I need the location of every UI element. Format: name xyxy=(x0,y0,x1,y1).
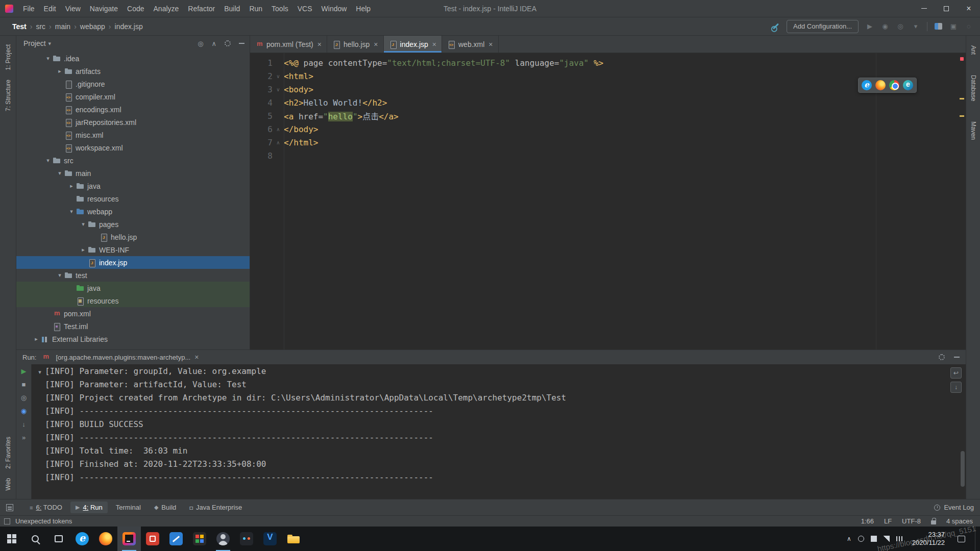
menu-file[interactable]: File xyxy=(18,0,39,17)
tree-arrow-icon[interactable]: ▾ xyxy=(43,55,53,62)
toolwindow-button[interactable]: Terminal xyxy=(111,502,146,513)
close-icon[interactable]: × xyxy=(317,40,322,48)
breadcrumb-item[interactable]: Test xyxy=(12,22,27,31)
scroll-down-icon[interactable]: ↓ xyxy=(22,420,26,429)
editor-tab[interactable]: web.xml× xyxy=(442,36,499,53)
console-line[interactable]: [INFO] Parameter: groupId, Value: org.ex… xyxy=(45,366,566,380)
more-icon[interactable]: » xyxy=(22,434,26,442)
breadcrumb-item[interactable]: index.jsp xyxy=(115,22,143,31)
terminal-toggle-icon[interactable]: ▣ xyxy=(949,22,958,30)
status-item[interactable]: 1:66 xyxy=(861,517,874,525)
close-icon[interactable]: × xyxy=(374,40,378,48)
run-button-disabled-icon[interactable]: ▶ xyxy=(866,22,874,30)
status-item[interactable]: 4 spaces xyxy=(946,517,973,525)
tray-overflow-chevron-icon[interactable]: ∧ xyxy=(847,535,851,542)
tree-item[interactable]: misc.xml xyxy=(16,129,250,141)
error-mark[interactable] xyxy=(960,57,964,61)
code-line[interactable]: 7∧</html> xyxy=(250,136,966,149)
tree-item[interactable]: hello.jsp xyxy=(16,231,250,243)
action-center-icon[interactable] xyxy=(958,536,965,542)
edge-browser-icon[interactable] xyxy=(903,80,913,90)
console-line[interactable]: [INFO] ---------------------------------… xyxy=(45,433,566,446)
console-expander-icon[interactable]: ▾ xyxy=(35,366,45,499)
menu-window[interactable]: Window xyxy=(317,0,352,17)
menu-navigate[interactable]: Navigate xyxy=(85,0,122,17)
tool-stripe-button[interactable]: 1: Project xyxy=(5,40,12,75)
menu-edit[interactable]: Edit xyxy=(39,0,61,17)
tree-item[interactable]: ▾pages xyxy=(16,218,250,231)
volume-icon[interactable] xyxy=(884,536,890,542)
code-line[interactable]: 4<h2>Hello World!</h2> xyxy=(250,96,966,109)
console-line[interactable]: [INFO] Total time: 36:03 min xyxy=(45,446,566,459)
tree-arrow-icon[interactable]: ▾ xyxy=(43,157,53,164)
console-line[interactable]: [INFO] Parameter: artifactId, Value: Tes… xyxy=(45,380,566,393)
tree-item[interactable]: jarRepositories.xml xyxy=(16,116,250,129)
tree-item[interactable]: ▸WEB-INF xyxy=(16,243,250,256)
tree-item[interactable]: ▾main xyxy=(16,167,250,180)
tree-item[interactable]: ▾webapp xyxy=(16,205,250,218)
rerun-icon[interactable]: ▶ xyxy=(21,367,27,375)
tree-item[interactable]: ▸artifacts xyxy=(16,65,250,78)
tree-item[interactable]: pom.xml xyxy=(16,307,250,320)
console-line[interactable]: [INFO] ---------------------------------… xyxy=(45,472,566,486)
tree-item[interactable]: index.jsp xyxy=(16,256,250,269)
lock-icon[interactable] xyxy=(931,520,936,524)
maximize-button[interactable] xyxy=(935,0,958,17)
status-item[interactable]: LF xyxy=(884,517,892,525)
tree-arrow-icon[interactable]: ▸ xyxy=(32,336,41,342)
console-line[interactable]: [INFO] Project created from Archetype in… xyxy=(45,393,566,406)
fold-marker-icon[interactable]: ∨ xyxy=(273,73,284,79)
dark-avatar-app[interactable] xyxy=(211,527,235,551)
warning-mark[interactable] xyxy=(960,98,964,99)
blue-v-app[interactable] xyxy=(258,527,282,551)
tool-stripe-button[interactable]: Database xyxy=(970,70,977,106)
hide-panel-icon[interactable] xyxy=(954,357,960,358)
tree-arrow-icon[interactable]: ▾ xyxy=(79,221,88,228)
ie-browser-icon[interactable] xyxy=(862,80,872,90)
firefox-browser-icon[interactable] xyxy=(875,80,886,90)
gear-icon[interactable] xyxy=(939,354,945,360)
console-line[interactable]: [INFO] ---------------------------------… xyxy=(45,406,566,419)
tool-stripe-button[interactable]: Maven xyxy=(970,117,977,144)
tree-arrow-icon[interactable]: ▸ xyxy=(67,183,76,189)
code-line[interactable]: 8 xyxy=(250,149,966,162)
project-panel-title[interactable]: Project xyxy=(23,39,46,47)
network-icon[interactable] xyxy=(896,536,902,541)
breadcrumb-item[interactable]: webapp xyxy=(80,22,105,31)
soft-wrap-icon[interactable]: ↩ xyxy=(950,367,962,379)
code-line[interactable]: 5<a href="hello">点击</a> xyxy=(250,109,966,122)
tree-item[interactable]: ▾src xyxy=(16,154,250,167)
warning-mark[interactable] xyxy=(960,115,964,117)
taskbar-search-button[interactable] xyxy=(23,527,47,551)
start-button[interactable] xyxy=(0,527,23,551)
menu-vcs[interactable]: VCS xyxy=(293,0,317,17)
tree-item[interactable]: resources xyxy=(16,192,250,205)
editor-tab[interactable]: index.jsp× xyxy=(384,36,442,53)
chevron-down-icon[interactable]: ▾ xyxy=(48,40,52,47)
tool-stripe-button[interactable]: Web xyxy=(5,473,12,495)
tree-arrow-icon[interactable]: ▸ xyxy=(79,246,88,253)
editor[interactable]: 1<%@ page contentType="text/html;charset… xyxy=(250,53,966,349)
close-icon[interactable]: × xyxy=(432,40,436,48)
show-desktop-button[interactable] xyxy=(975,527,978,551)
toolwindow-button[interactable]: ◘Java Enterprise xyxy=(184,502,247,513)
intellij-idea[interactable] xyxy=(117,527,141,551)
tree-arrow-icon[interactable]: ▾ xyxy=(55,170,64,177)
toolwindow-button[interactable]: ▶4: Run xyxy=(70,502,108,513)
tree-item[interactable]: java xyxy=(16,282,250,294)
menu-view[interactable]: View xyxy=(61,0,85,17)
tree-item[interactable]: workspace.xml xyxy=(16,141,250,154)
menu-help[interactable]: Help xyxy=(351,0,375,17)
colored-grid-app[interactable] xyxy=(188,527,211,551)
menu-build[interactable]: Build xyxy=(219,0,244,17)
tree-arrow-icon[interactable]: ▸ xyxy=(55,68,64,74)
dark-dots-app[interactable] xyxy=(235,527,258,551)
code-line[interactable]: 1<%@ page contentType="text/html;charset… xyxy=(250,56,966,69)
menu-analyze[interactable]: Analyze xyxy=(149,0,184,17)
tree-item[interactable]: ▾test xyxy=(16,269,250,282)
tree-item[interactable]: Test.iml xyxy=(16,320,250,333)
collapse-all-icon[interactable]: ∧ xyxy=(211,40,216,47)
tree-item[interactable]: ▾.idea xyxy=(16,52,250,65)
fold-marker-icon[interactable]: ∧ xyxy=(273,140,284,145)
tree-arrow-icon[interactable]: ▾ xyxy=(67,208,76,215)
